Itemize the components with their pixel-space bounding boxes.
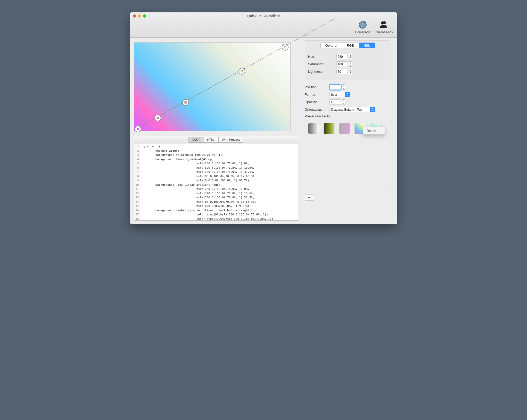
related-apps-button[interactable]: Related Apps <box>374 20 393 34</box>
saturation-step-down[interactable]: ▼ <box>349 64 352 67</box>
format-value: hsla <box>331 93 337 96</box>
preset-swatch-3[interactable] <box>339 123 350 134</box>
tab-web-preview[interactable]: Web Preview <box>219 137 243 143</box>
saturation-step-up[interactable]: ▲ <box>349 61 352 64</box>
format-label: Format: <box>305 93 328 96</box>
related-apps-label: Related Apps <box>374 30 393 34</box>
homepage-button[interactable]: Homepage <box>355 20 370 34</box>
lightness-step-up[interactable]: ▲ <box>349 69 352 71</box>
svg-point-3 <box>383 21 386 24</box>
opacity-step-up[interactable]: ▲ <box>342 99 345 102</box>
opacity-input[interactable] <box>330 99 341 105</box>
position-step-up[interactable]: ▲ <box>342 84 345 87</box>
gradient-stop-4[interactable] <box>282 44 289 51</box>
hue-step-down[interactable]: ▼ <box>349 56 352 59</box>
code-gutter: 1 2 3 4 5 6 7 8 9 10 11 12 13 14 15 16 1… <box>134 143 140 220</box>
chevron-updown-icon <box>370 107 375 112</box>
homepage-label: Homepage <box>355 30 370 34</box>
window-title: Quick CSS Gradient <box>130 14 397 18</box>
opacity-label: Opacity: <box>305 100 328 104</box>
code-content[interactable]: .gradient { height: 236px; background: h… <box>140 143 298 220</box>
saturation-input[interactable] <box>336 61 348 67</box>
orientation-value: Diagonal Bottom - Top <box>331 108 362 111</box>
code-editor[interactable]: 1 2 3 4 5 6 7 8 9 10 11 12 13 14 15 16 1… <box>134 143 298 221</box>
plus-icon: + <box>308 195 310 200</box>
presets-label: Preset Gradients: <box>305 114 391 118</box>
opacity-step-down[interactable]: ▼ <box>342 102 345 104</box>
preset-swatch-1[interactable] <box>308 123 319 134</box>
gradient-stop-0[interactable] <box>135 126 141 132</box>
saturation-label: Saturation: <box>308 62 330 66</box>
position-step-down[interactable]: ▼ <box>342 87 345 90</box>
add-preset-button[interactable]: + <box>305 195 314 201</box>
preset-panel: Delete <box>305 120 391 192</box>
preset-swatch-2[interactable] <box>324 123 334 134</box>
tab-html[interactable]: HTML <box>204 137 219 143</box>
people-icon <box>379 20 388 29</box>
titlebar: Quick CSS Gradient Homepage Related Apps <box>130 12 397 38</box>
gradient-stop-3[interactable] <box>238 68 245 75</box>
color-mode-tabs: General RGB HSL <box>305 41 391 51</box>
hue-step-up[interactable]: ▲ <box>349 54 352 56</box>
gradient-preview[interactable] <box>134 42 291 131</box>
position-input[interactable] <box>330 84 341 90</box>
orientation-select[interactable]: Diagonal Bottom - Top <box>330 107 375 112</box>
context-menu: Delete <box>363 127 385 135</box>
orientation-label: Orientation: <box>305 108 328 111</box>
hue-input[interactable] <box>336 54 348 59</box>
code-tabs: CSS 3 HTML Web Preview <box>134 136 298 143</box>
context-menu-delete[interactable]: Delete <box>363 128 385 133</box>
tab-general[interactable]: General <box>320 43 342 48</box>
format-select[interactable]: hsla <box>330 92 350 97</box>
lightness-step-down[interactable]: ▼ <box>349 71 352 74</box>
globe-icon <box>358 20 367 29</box>
lightness-input[interactable] <box>336 69 348 74</box>
tab-rgb[interactable]: RGB <box>342 43 359 48</box>
tab-css3[interactable]: CSS 3 <box>188 137 204 143</box>
gradient-stop-1[interactable] <box>154 115 161 121</box>
position-label: Position: <box>305 85 328 89</box>
chevron-updown-icon <box>345 92 350 97</box>
color-panel: General RGB HSL Hue: ▲▼ Saturation: <box>305 40 391 80</box>
lightness-label: Lightness: <box>308 70 330 74</box>
tab-hsl[interactable]: HSL <box>359 43 375 48</box>
app-window: Quick CSS Gradient Homepage Related Apps <box>130 12 397 224</box>
gradient-stop-2[interactable] <box>182 99 189 106</box>
hue-label: Hue: <box>308 55 330 59</box>
